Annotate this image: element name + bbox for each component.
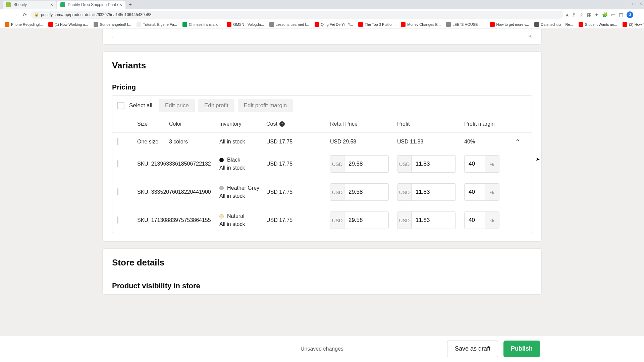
bookmark-label: How to get more v...	[496, 22, 529, 26]
percent-suffix: %	[485, 184, 499, 200]
profit-input[interactable]: USD	[397, 183, 456, 201]
cell-inventory: All in stock	[219, 139, 266, 145]
bookmark-item[interactable]: Datenschutz – Re...	[532, 21, 575, 28]
margin-input[interactable]: %	[464, 212, 499, 229]
col-profit: Profit	[397, 121, 464, 127]
bookmark-item[interactable]: Sonderangebot! I...	[92, 21, 133, 28]
retail-field[interactable]	[344, 184, 388, 200]
bookmark-favicon-icon	[401, 22, 406, 27]
bookmarks-bar: Phone Recycling|...(1) How Working a...S…	[0, 20, 644, 29]
cell-cost: USD 17.75	[266, 217, 330, 223]
col-inventory: Inventory	[219, 121, 266, 127]
variant-row: SKU: 33352076018220441900 Heather Grey A…	[112, 179, 532, 205]
margin-field[interactable]	[465, 184, 485, 200]
bookmark-item[interactable]: (1) How Working a...	[46, 21, 90, 28]
bookmark-label: GMSN - Vologda...	[233, 22, 264, 26]
bookmark-label: The Top 3 Platfor...	[365, 22, 395, 26]
retail-price-input[interactable]: USD	[330, 212, 389, 229]
bookmark-item[interactable]: Money Changes E...	[399, 21, 443, 28]
profit-field[interactable]	[412, 212, 455, 229]
description-textarea[interactable]	[112, 29, 532, 38]
minimize-icon[interactable]: —	[624, 1, 628, 6]
edit-margin-button[interactable]: Edit profit margin	[238, 99, 293, 112]
bookmark-item[interactable]: How to get more v...	[488, 21, 531, 28]
margin-input[interactable]: %	[464, 183, 499, 201]
color-swatch-icon	[219, 186, 224, 190]
publish-button[interactable]: Publish	[503, 341, 540, 357]
device-icon[interactable]: ▭	[611, 12, 615, 17]
margin-input[interactable]: %	[464, 155, 499, 173]
bookmark-item[interactable]: Qing Fei De Yi - Y...	[313, 21, 355, 28]
browser-tab-printify[interactable]: Printify Drop Shipping Print o ×	[57, 1, 125, 9]
close-window-icon[interactable]: ×	[640, 1, 642, 6]
close-icon[interactable]: ×	[119, 2, 122, 7]
page-content: Variants Pricing Select all Edit price E…	[0, 29, 644, 362]
address-bar[interactable]: 🔒 printify.com/app/product-details/63297…	[31, 11, 563, 19]
star-icon[interactable]: ☆	[579, 12, 584, 17]
bookmark-item[interactable]: (2) How To Add A...	[621, 21, 644, 28]
save-draft-button[interactable]: Save as draft	[447, 341, 498, 357]
store-details-card: Store details Product visibility in stor…	[102, 248, 542, 295]
bookmark-item[interactable]: Lessons Learned f...	[267, 21, 311, 28]
currency-prefix: USD	[330, 184, 344, 200]
bookmark-item[interactable]: Chinese translatio...	[180, 21, 223, 28]
unsaved-message: Unsaved changes	[301, 346, 343, 352]
cell-sku: SKU: 17130883975753864155	[137, 217, 219, 223]
bookmark-label: Tutorial: Eigene Fa...	[143, 22, 177, 26]
maximize-icon[interactable]: □	[633, 1, 635, 6]
chevron-up-icon[interactable]: ⌃	[508, 138, 527, 145]
bookmark-favicon-icon	[315, 22, 319, 27]
bookmark-item[interactable]: Phone Recycling|...	[3, 21, 45, 28]
retail-field[interactable]	[344, 212, 388, 229]
bookmark-item[interactable]: The Top 3 Platfor...	[356, 21, 397, 28]
profit-input[interactable]: USD	[397, 212, 456, 229]
back-icon[interactable]: ←	[3, 11, 9, 18]
row-checkbox[interactable]	[117, 138, 118, 145]
reload-icon[interactable]: ⟳	[21, 11, 28, 18]
edit-profit-button[interactable]: Edit profit	[198, 99, 234, 112]
window-icon[interactable]: ◫	[619, 12, 623, 17]
forward-icon[interactable]: →	[12, 11, 19, 18]
profit-field[interactable]	[412, 156, 455, 172]
bookmark-label: Datenschutz – Re...	[541, 22, 573, 26]
puzzle-icon[interactable]: 🧩	[602, 12, 608, 17]
bookmark-item[interactable]: Tutorial: Eigene Fa...	[135, 21, 179, 28]
tab-title: Printify Drop Shipping Print o	[68, 2, 119, 7]
margin-field[interactable]	[465, 212, 485, 229]
profile-avatar-icon[interactable]: G	[627, 11, 633, 18]
profit-input[interactable]: USD	[397, 155, 456, 173]
edit-price-button[interactable]: Edit price	[159, 99, 195, 112]
retail-price-input[interactable]: USD	[330, 155, 389, 173]
bookmark-item[interactable]: GMSN - Vologda...	[225, 21, 266, 28]
bookmark-label: Phone Recycling|...	[11, 22, 43, 26]
percent-suffix: %	[485, 212, 499, 229]
row-checkbox[interactable]	[117, 160, 118, 167]
row-checkbox[interactable]	[117, 188, 118, 195]
share-icon[interactable]: ⇪	[572, 12, 576, 17]
menu-icon[interactable]: ⋮	[637, 12, 641, 17]
browser-tab-strip: Shopify × Printify Drop Shipping Print o…	[0, 0, 644, 9]
bookmark-item[interactable]: Student Wants an...	[577, 21, 619, 28]
margin-field[interactable]	[465, 156, 485, 172]
new-tab-button[interactable]: +	[126, 1, 134, 9]
select-all-checkbox[interactable]	[117, 102, 124, 109]
profit-field[interactable]	[412, 184, 455, 200]
extension-icon[interactable]: ✦	[595, 12, 599, 17]
translate-icon[interactable]: ᴀ	[566, 12, 569, 17]
retail-field[interactable]	[344, 156, 388, 172]
bookmark-label: Qing Fei De Yi - Y...	[321, 22, 353, 26]
bookmark-label: Chinese translatio...	[189, 22, 221, 26]
favicon-icon	[6, 2, 11, 7]
grid-icon[interactable]: ▦	[587, 12, 591, 17]
close-icon[interactable]: ×	[50, 2, 53, 7]
browser-tab-shopify[interactable]: Shopify ×	[3, 1, 56, 9]
bookmark-favicon-icon	[269, 22, 274, 27]
bookmark-item[interactable]: LEE 'S HOUSE—...	[444, 21, 487, 28]
bookmark-label: (2) How To Add A...	[629, 22, 644, 26]
stock-status: All in stock	[219, 165, 266, 171]
retail-price-input[interactable]: USD	[330, 183, 389, 201]
help-icon[interactable]: ?	[279, 121, 285, 127]
footer-bar: Unsaved changes Save as draft Publish	[0, 335, 644, 362]
row-checkbox[interactable]	[117, 217, 118, 224]
color-name: Heather Grey	[227, 185, 259, 191]
